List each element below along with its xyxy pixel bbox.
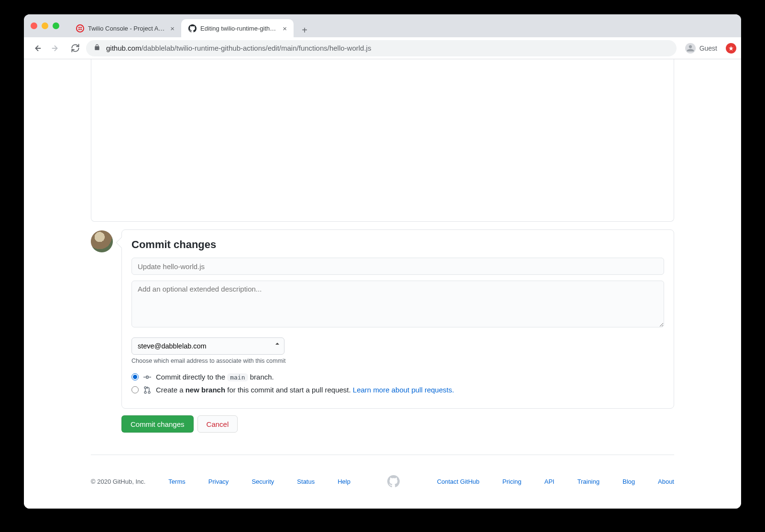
person-icon [685,43,696,54]
footer-link-status[interactable]: Status [297,478,315,485]
code-editor-area[interactable] [91,59,674,222]
radio-branch-text: Create a new branch for this commit and … [156,386,454,394]
tab-title: Twilio Console - Project API Ke [88,25,166,32]
avatar[interactable] [91,230,113,252]
lock-icon [94,44,100,52]
window-maximize-icon[interactable] [53,22,59,29]
guest-label: Guest [699,44,717,52]
footer-link-terms[interactable]: Terms [168,478,185,485]
traffic-lights [31,22,59,29]
back-button[interactable] [29,40,45,56]
tab-github-editing[interactable]: Editing twilio-runtime-github-a × [181,19,294,37]
new-tab-button[interactable]: + [297,23,312,37]
radio-input-branch[interactable] [131,386,139,393]
commit-box: Commit changes steve@dabblelab.com Choos… [121,229,674,409]
footer-link-training[interactable]: Training [577,478,599,485]
footer-link-help[interactable]: Help [338,478,350,485]
tab-strip: Twilio Console - Project API Ke × Editin… [69,14,312,37]
window-minimize-icon[interactable] [42,22,48,29]
url-path: /dabblelab/twilio-runtime-github-actions… [141,44,371,52]
git-pull-request-icon [143,386,151,394]
svg-point-3 [146,376,149,378]
footer-link-about[interactable]: About [658,478,674,485]
commit-email-select[interactable]: steve@dabblelab.com [131,337,284,355]
title-bar: Twilio Console - Project API Ke × Editin… [24,14,741,37]
page-content: Commit changes steve@dabblelab.com Choos… [24,59,741,509]
commit-heading: Commit changes [131,239,664,251]
commit-actions: Commit changes Cancel [91,415,674,433]
cancel-button[interactable]: Cancel [197,415,238,433]
address-bar[interactable]: github.com/dabblelab/twilio-runtime-gith… [86,40,677,56]
svg-point-4 [144,387,146,389]
footer-link-pricing[interactable]: Pricing [503,478,522,485]
extension-icon[interactable] [726,43,736,54]
footer-link-api[interactable]: API [545,478,555,485]
radio-commit-direct[interactable]: Commit directly to the main branch. [131,373,664,381]
footer-link-security[interactable]: Security [251,478,274,485]
url-text: github.com/dabblelab/twilio-runtime-gith… [106,44,669,52]
pull-request-learn-link[interactable]: Learn more about pull requests. [353,386,454,394]
footer-copyright: © 2020 GitHub, Inc. [91,478,145,485]
tab-close-icon[interactable]: × [170,24,175,33]
radio-input-direct[interactable] [131,373,139,380]
commit-changes-button[interactable]: Commit changes [121,415,194,433]
twilio-favicon-icon [76,24,84,33]
url-host: github.com [106,44,141,52]
tab-twilio-console[interactable]: Twilio Console - Project API Ke × [69,19,181,37]
git-commit-icon [143,373,151,381]
reload-button[interactable] [67,40,83,56]
tab-title: Editing twilio-runtime-github-a [200,25,279,32]
toolbar: github.com/dabblelab/twilio-runtime-gith… [24,37,741,59]
radio-direct-text: Commit directly to the main branch. [156,373,274,381]
footer-left: © 2020 GitHub, Inc. Terms Privacy Securi… [91,478,350,485]
footer-link-blog[interactable]: Blog [623,478,635,485]
tab-close-icon[interactable]: × [283,24,287,33]
footer-link-privacy[interactable]: Privacy [208,478,229,485]
github-favicon-icon [188,24,197,33]
radio-new-branch[interactable]: Create a new branch for this commit and … [131,386,664,394]
footer-right: Contact GitHub Pricing API Training Blog… [437,478,674,485]
commit-description-textarea[interactable] [131,281,664,327]
browser-window: Twilio Console - Project API Ke × Editin… [24,14,741,509]
window-close-icon[interactable] [31,22,37,29]
svg-point-5 [144,391,146,393]
forward-button[interactable] [48,40,64,56]
svg-point-6 [148,391,150,393]
branch-code: main [227,373,248,381]
email-hint: Choose which email address to associate … [131,358,664,364]
footer: © 2020 GitHub, Inc. Terms Privacy Securi… [91,455,674,488]
profile-guest-button[interactable]: Guest [679,41,723,55]
commit-section: Commit changes steve@dabblelab.com Choos… [91,229,674,409]
github-logo-icon[interactable] [387,475,400,488]
footer-link-contact[interactable]: Contact GitHub [437,478,480,485]
commit-message-input[interactable] [131,258,664,275]
